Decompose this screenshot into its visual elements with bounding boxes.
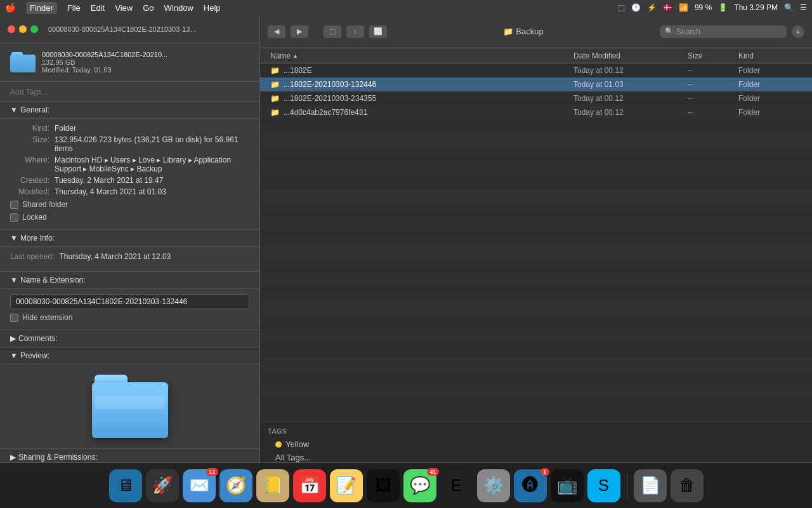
messages-icon: 💬	[410, 476, 430, 495]
table-row-empty	[260, 371, 812, 385]
file-date: Today at 00.12	[573, 94, 688, 103]
dock-item-skype[interactable]: S	[587, 469, 620, 502]
shared-folder-checkbox[interactable]	[10, 201, 18, 209]
name-ext-input[interactable]	[10, 294, 249, 309]
file-folder-icon: 📁	[270, 80, 280, 89]
table-row-empty	[260, 287, 812, 301]
file-name-text: ...4d0c4ab2ac7976fe431	[284, 108, 367, 117]
locked-checkbox[interactable]	[10, 213, 18, 222]
name-ext-section-header[interactable]: ▼ Name & Extension:	[0, 272, 259, 289]
menubar-finder[interactable]: Finder	[26, 2, 57, 14]
locked-row[interactable]: Locked	[10, 213, 249, 222]
table-row-empty	[260, 385, 812, 399]
dock-item-appletv[interactable]: 📺	[551, 469, 584, 502]
menubar-view[interactable]: View	[115, 3, 133, 13]
minimize-button[interactable]	[19, 25, 27, 33]
comments-chevron: ▶	[10, 334, 16, 343]
calendar-icon: 📅	[299, 476, 320, 495]
preview-label: Preview:	[20, 351, 49, 360]
col-header-size[interactable]: Size	[688, 51, 738, 60]
dock-item-launchpad[interactable]: 🚀	[146, 469, 179, 502]
dock-item-evinton[interactable]: E	[440, 469, 473, 502]
table-row-empty	[260, 161, 812, 175]
dock-item-finder[interactable]: 🖥	[109, 469, 142, 502]
tag-button[interactable]: ⬜	[369, 25, 387, 38]
dock-item-mail[interactable]: ✉️11	[183, 469, 216, 502]
view-toggle-button[interactable]: ⬚	[324, 25, 341, 38]
more-info-chevron: ▼	[10, 234, 18, 243]
search-input[interactable]	[676, 27, 782, 36]
dock-item-safari[interactable]: 🧭	[219, 469, 252, 502]
table-row[interactable]: 📁 ...4d0c4ab2ac7976fe431 Today at 00.12 …	[260, 105, 812, 119]
file-size: --	[688, 80, 738, 89]
more-info-section-header[interactable]: ▼ More Info:	[0, 230, 259, 247]
menubar-file[interactable]: File	[67, 3, 81, 13]
bluetooth-icon[interactable]: ⚡	[647, 3, 657, 12]
col-header-date[interactable]: Date Modified	[573, 51, 688, 60]
add-view-button[interactable]: +	[792, 25, 804, 38]
hide-ext-row[interactable]: Hide extension	[10, 313, 249, 322]
table-row[interactable]: 📁 ...1802E Today at 00.12 -- Folder	[260, 64, 812, 77]
dock-item-photos[interactable]: 🖼	[367, 469, 400, 502]
sidebar-item-yellow[interactable]: Yellow	[268, 438, 804, 451]
flag-icon[interactable]: 🇩🇰	[663, 3, 672, 12]
safari-icon: 🧭	[226, 476, 246, 495]
traffic-lights	[8, 25, 38, 33]
folder-preview-icon	[92, 375, 168, 438]
folder-modified: Modified: Today, 01.03	[42, 66, 249, 74]
apple-menu[interactable]: 🍎	[5, 3, 16, 13]
tags-input[interactable]	[10, 88, 249, 97]
time-machine-icon[interactable]: 🕐	[631, 3, 641, 12]
maximize-button[interactable]	[30, 25, 38, 33]
spotlight-icon[interactable]: 🔍	[784, 3, 794, 12]
clock: Thu 3.29 PM	[734, 3, 778, 12]
menubar-help[interactable]: Help	[204, 3, 221, 13]
dock-separator	[627, 473, 627, 498]
menubar-edit[interactable]: Edit	[91, 3, 105, 13]
dock-item-appstore[interactable]: 🅐1	[514, 469, 547, 502]
table-row[interactable]: 📁 ...1802E-20210303-234355 Today at 00.1…	[260, 91, 812, 105]
table-row[interactable]: 📁 ...1802E-20210303-132446 Today at 01.0…	[260, 77, 812, 91]
dock-item-messages[interactable]: 💬41	[403, 469, 436, 502]
file-kind: Folder	[738, 66, 802, 75]
col-header-name[interactable]: Name ▲	[270, 51, 573, 60]
dock-item-calendar[interactable]: 📅	[293, 469, 326, 502]
preview-section-header[interactable]: ▼ Preview:	[0, 347, 259, 364]
control-center-icon[interactable]: ☰	[800, 3, 807, 12]
name-ext-label: Name & Extension:	[20, 276, 86, 284]
table-row-empty	[260, 273, 812, 287]
folder-name-block: 00008030-000825A134C1802E-20210... 132,9…	[42, 51, 249, 74]
dock-item-contacts[interactable]: 📒	[256, 469, 289, 502]
column-headers: Name ▲ Date Modified Size Kind	[260, 48, 812, 64]
share-button[interactable]: ↑	[346, 25, 364, 38]
wifi-icon[interactable]: 📶	[679, 3, 688, 12]
general-section-header[interactable]: ▼ General:	[0, 102, 259, 119]
size-label: Size:	[10, 135, 55, 153]
forward-button[interactable]: ▶	[291, 25, 308, 38]
dock-item-quicklook[interactable]: 📄	[634, 469, 667, 502]
breadcrumb: 📁 Backup	[392, 27, 655, 36]
dock-item-trash[interactable]: 🗑	[671, 469, 704, 502]
tags-field[interactable]	[0, 82, 259, 102]
close-button[interactable]	[8, 25, 15, 33]
modified-value: Thursday, 4 March 2021 at 01.03	[55, 187, 249, 196]
file-size: --	[688, 94, 738, 103]
menubar-window[interactable]: Window	[164, 3, 193, 13]
shared-folder-row[interactable]: Shared folder	[10, 200, 249, 209]
appletv-icon: 📺	[557, 476, 577, 495]
menubar-go[interactable]: Go	[143, 3, 154, 13]
finder-toolbar: ◀ ▶ ⬚ ↑ ⬜ 📁 Backup 🔍 +	[260, 15, 812, 48]
menubar-status: ⬚ 🕐 ⚡ 🇩🇰 📶 99 % 🔋 Thu 3.29 PM 🔍 ☰	[618, 3, 807, 12]
dock-item-notes[interactable]: 📝	[330, 469, 363, 502]
col-header-kind[interactable]: Kind	[738, 51, 802, 60]
dock-item-systemprefs[interactable]: ⚙️	[477, 469, 510, 502]
appstore-badge: 1	[540, 468, 549, 476]
search-bar[interactable]: 🔍	[660, 25, 787, 38]
hide-ext-checkbox[interactable]	[10, 314, 18, 322]
created-value: Tuesday, 2 March 2021 at 19.47	[55, 176, 249, 185]
back-button[interactable]: ◀	[268, 25, 285, 38]
comments-section-header[interactable]: ▶ Comments:	[0, 330, 259, 347]
cast-icon[interactable]: ⬚	[618, 3, 625, 12]
window-title: 00008030-000825A134C1802E-20210303-1324.…	[48, 25, 200, 33]
preview-content	[0, 364, 259, 449]
